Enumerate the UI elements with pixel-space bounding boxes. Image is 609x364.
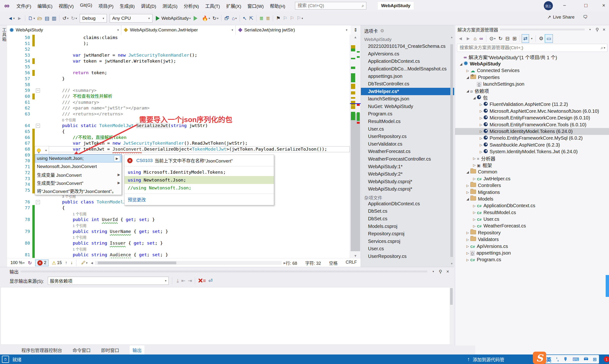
code-line[interactable]: 81 public string Audience { get; set; } (7, 252, 350, 258)
next-issue-button[interactable]: ↓ (71, 260, 73, 265)
scroll-up-icon[interactable]: ▲ (350, 35, 361, 39)
chevron-down-icon[interactable]: ▾ (589, 28, 591, 31)
preview-changes-link[interactable]: 预览更改 (124, 194, 274, 205)
submenu-arrow-icon[interactable]: ▶ (117, 173, 120, 177)
expander-icon[interactable]: ◢ (465, 75, 470, 79)
codelens-label[interactable]: 1 个引用 (73, 212, 87, 216)
tab-item[interactable]: UserValidator.cs (361, 140, 454, 148)
expander-icon[interactable]: ▷ (472, 156, 477, 160)
word-wrap-button[interactable]: ⏎ (207, 277, 214, 285)
code-line[interactable]: 1 个引用 (7, 246, 350, 252)
scroll-up-icon[interactable]: ▲ (450, 36, 454, 39)
save-button[interactable]: ▤ (43, 14, 51, 22)
expander-icon[interactable]: ▷ (472, 224, 477, 228)
switch-views-button[interactable]: ∞ (478, 35, 484, 43)
navigate-back-button[interactable]: ◄▾ (7, 14, 16, 22)
expander-icon[interactable]: ▷ (465, 231, 470, 234)
menu-item[interactable]: 扩展(X) (223, 1, 244, 11)
editor-horizontal-scrollbar[interactable] (95, 261, 282, 265)
expander-icon[interactable]: ▷ (472, 210, 477, 214)
menu-item[interactable]: 视图(V) (56, 1, 77, 11)
quickfix-item[interactable]: 生成变量 JsonConvert▶ (35, 170, 122, 179)
tab-item[interactable]: UserRepository.cs (361, 133, 454, 140)
fold-margin[interactable] (35, 135, 41, 141)
tree-row[interactable]: ▷C#JwtHelper.cs (455, 175, 609, 182)
error-code-link[interactable]: CS0103 (136, 158, 153, 163)
health-indicator-icon[interactable]: ↻ (28, 260, 32, 266)
close-icon[interactable]: × (603, 27, 605, 32)
fold-margin[interactable] (35, 129, 41, 135)
go-to-definition-button[interactable]: ⇱ (248, 14, 255, 22)
code-line[interactable]: 65 { (7, 129, 350, 135)
ime-language-indicator[interactable]: 英 (546, 355, 551, 363)
right-edge-scrollbar-thumb[interactable] (606, 275, 609, 297)
code-cleanup-button[interactable]: 🖉▾ (81, 260, 88, 265)
sync-with-active-document-button[interactable]: ⇄ (522, 34, 529, 43)
tabs-scrollbar[interactable]: ▲ ▼ (450, 36, 454, 265)
uncomment-button[interactable]: ≣ (265, 14, 272, 22)
quick-launch-search[interactable]: ⌕ (295, 2, 366, 10)
output-content[interactable] (0, 287, 450, 345)
comment-button[interactable]: ≣ (258, 14, 265, 22)
expander-icon[interactable]: ▷ (472, 204, 477, 208)
expander-icon[interactable]: ▷ (472, 177, 477, 181)
expander-icon[interactable]: ▷ (465, 69, 470, 73)
restore-button[interactable]: □ (578, 0, 594, 11)
undo-button[interactable]: ↺▾ (61, 14, 70, 22)
tab-item[interactable]: 20221020101704_CreateSchema.cs (361, 43, 454, 50)
tree-row[interactable]: ▷Microsoft.EntityFrameworkCore.Tools (6.… (455, 121, 609, 128)
solution-platform-dropdown[interactable]: Any CPU▾ (110, 14, 153, 23)
preview-selected-items-button[interactable]: ▭ (545, 34, 553, 43)
user-avatar[interactable]: 剑上 (544, 1, 553, 10)
fold-margin[interactable] (35, 82, 41, 88)
collapse-icon[interactable]: − (36, 89, 40, 92)
tab-item[interactable]: Program.cs (361, 110, 454, 118)
minimize-button[interactable]: − (557, 0, 572, 11)
next-message-button[interactable]: ⇥ (187, 277, 194, 285)
close-button[interactable]: × (596, 0, 609, 11)
tree-row[interactable]: ▷C#User.cs (455, 216, 609, 222)
sogou-input-icon[interactable]: S (533, 352, 546, 364)
expander-icon[interactable]: ▷ (479, 109, 484, 113)
fold-margin[interactable] (35, 46, 41, 52)
tab-item[interactable]: DbSet.cs (361, 208, 454, 215)
menu-item[interactable]: 窗口(W) (244, 1, 267, 11)
expander-icon[interactable]: ▷ (479, 143, 484, 147)
tool-tab[interactable]: 即时窗口 (101, 347, 119, 353)
menu-item[interactable]: 分析(N) (181, 1, 202, 11)
quickfix-item[interactable]: using Newtonsoft.Json;▶ (35, 154, 122, 162)
tab-item[interactable]: Models.csproj (361, 223, 454, 230)
tab-item[interactable]: launchSettings.json (361, 95, 454, 103)
expander-icon[interactable]: ▷ (479, 130, 484, 133)
fold-margin[interactable] (35, 41, 41, 47)
fold-margin[interactable] (35, 140, 41, 146)
split-editor-button[interactable]: ⇕ (351, 25, 361, 35)
keyboard-icon[interactable]: ⌨ (573, 357, 579, 362)
code-line[interactable]: 61 /// </summary> (7, 99, 350, 105)
fold-margin[interactable] (35, 76, 41, 82)
code-line[interactable]: 1 个引用 (7, 234, 350, 240)
back-button[interactable]: ◄ (456, 35, 464, 43)
code-line[interactable]: 68 var tokenJwt = JsonConvert.Deserializ… (7, 146, 350, 152)
fold-margin[interactable] (35, 252, 41, 258)
output-scrollbar[interactable] (450, 287, 454, 344)
toolbox-grid-icon[interactable]: ⊞ (593, 357, 597, 362)
fold-margin[interactable] (35, 211, 41, 217)
next-bookmark-button[interactable]: ⚐ (289, 14, 296, 22)
expander-icon[interactable]: ▷ (465, 244, 470, 248)
tab-item[interactable]: UserRepository.cs (361, 253, 454, 260)
tab-item[interactable]: WebApiStudy:1* (361, 163, 454, 170)
clear-bookmarks-button[interactable]: ⚐▾ (296, 14, 304, 22)
tool-tab[interactable]: 输出 (130, 345, 144, 355)
chevron-down-icon[interactable]: ▾ (432, 270, 434, 273)
refresh-button[interactable]: ↻ (497, 35, 504, 43)
code-line[interactable]: 66 //不校验，直接解析token (7, 135, 350, 141)
quickfix-item[interactable]: Newtonsoft.Json.JsonConvert (35, 162, 122, 170)
expander-icon[interactable]: ▷ (465, 184, 470, 187)
expander-icon[interactable]: ▷ (472, 163, 477, 167)
fold-margin[interactable] (35, 240, 41, 246)
tab-item[interactable]: User.cs (361, 245, 454, 253)
tab-item[interactable]: WeatherForecast.cs (361, 148, 454, 155)
expander-icon[interactable]: ◢ (465, 89, 470, 93)
tab-item[interactable]: ApplicationDbCo...ModelSnapshot.cs (361, 65, 454, 73)
